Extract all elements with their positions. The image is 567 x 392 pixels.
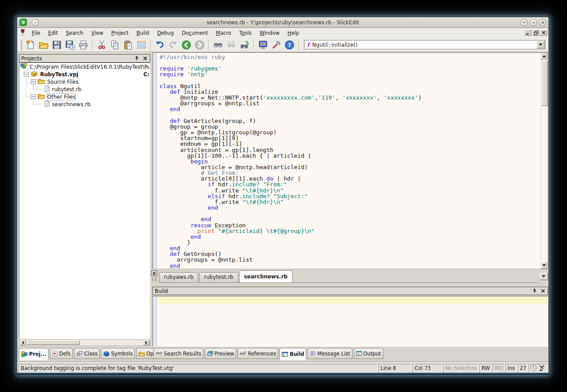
tree-item[interactable]: C:\Program Files\SlickEditV16.0.1\RubyTe… bbox=[19, 63, 150, 70]
back-icon[interactable] bbox=[180, 38, 193, 52]
projects-hscrollbar[interactable] bbox=[19, 340, 150, 346]
close-projects-icon[interactable] bbox=[143, 56, 147, 60]
toolbar: ? f Ngutil::initialize() bbox=[17, 38, 548, 52]
pin-icon[interactable] bbox=[135, 56, 139, 61]
select-block-icon[interactable] bbox=[135, 38, 148, 52]
menu-tools[interactable]: Tools bbox=[235, 29, 256, 37]
menu-edit[interactable]: Edit bbox=[44, 29, 62, 37]
projects-hscroll-thumb[interactable] bbox=[27, 340, 80, 345]
symbol-combo-dropdown[interactable] bbox=[537, 41, 545, 48]
window-title: searchnews.rb - Y:\projects\ruby\searchn… bbox=[17, 19, 548, 26]
status-field-rec: REC bbox=[492, 364, 504, 373]
print-icon[interactable] bbox=[77, 38, 90, 52]
titlebar[interactable]: s searchnews.rb - Y:\projects\ruby\searc… bbox=[17, 17, 548, 28]
forward-icon[interactable] bbox=[193, 38, 206, 52]
references-tab-icon bbox=[240, 351, 246, 356]
tab-list-dropdown[interactable] bbox=[539, 273, 548, 280]
editor-vscroll-thumb[interactable] bbox=[541, 60, 548, 106]
dock-handle[interactable] bbox=[152, 277, 156, 281]
save-all-icon[interactable] bbox=[63, 38, 77, 52]
display-icon[interactable] bbox=[256, 38, 270, 52]
mdi-close-button[interactable] bbox=[540, 30, 547, 36]
tree-item-label[interactable]: searchnews.rb bbox=[52, 101, 90, 107]
editor-vscrollbar[interactable] bbox=[541, 53, 548, 269]
menu-build[interactable]: Build bbox=[133, 29, 153, 37]
file-tab-searchnews.rb[interactable]: searchnews.rb bbox=[239, 270, 293, 282]
mdi-buttons bbox=[524, 30, 547, 36]
statusbar: Background tagging is complete for tag f… bbox=[17, 362, 548, 374]
file-tab-rubyaws.rb[interactable]: rubyaws.rb bbox=[159, 272, 198, 282]
copy-icon[interactable] bbox=[108, 38, 122, 52]
tab-output[interactable]: Output bbox=[354, 348, 383, 359]
message-list-tab-icon bbox=[310, 351, 316, 356]
save-icon[interactable] bbox=[50, 38, 63, 52]
tab-preview[interactable]: Preview bbox=[205, 348, 237, 359]
tree-item-label[interactable]: rubytest.rb bbox=[52, 86, 82, 92]
svg-text:?: ? bbox=[288, 41, 291, 48]
paste-icon[interactable] bbox=[122, 38, 135, 52]
toolbar-grip[interactable] bbox=[19, 40, 22, 50]
code-area[interactable]: #!/usr/bin/env ruby require 'rubygems're… bbox=[159, 54, 540, 269]
tab-class[interactable]: Class bbox=[74, 348, 100, 359]
find-refs-icon[interactable] bbox=[225, 38, 238, 52]
menu-file[interactable]: File bbox=[28, 29, 44, 37]
tree-item-column: C: bbox=[142, 71, 149, 78]
new-file-icon[interactable] bbox=[24, 38, 37, 52]
projects-tab-icon bbox=[21, 351, 28, 357]
menubar: FileEditSearchViewProjectBuildDebugDocum… bbox=[17, 28, 548, 38]
menu-debug[interactable]: Debug bbox=[153, 29, 178, 37]
class-tab-icon bbox=[76, 351, 83, 356]
find-files-icon[interactable] bbox=[238, 38, 251, 52]
document-icon bbox=[20, 29, 25, 37]
tab-build[interactable]: Build bbox=[279, 348, 306, 360]
tree-item-label[interactable]: Source Files bbox=[47, 79, 78, 85]
undo-icon[interactable] bbox=[153, 38, 167, 52]
close-tab-button[interactable] bbox=[151, 270, 157, 276]
mdi-minimize-button[interactable] bbox=[524, 30, 531, 36]
projects-panel-title: Projects bbox=[21, 55, 135, 62]
file-tab-rubytest.rb[interactable]: rubytest.rb bbox=[199, 272, 238, 282]
tree-item-label[interactable]: C:\Program Files\SlickEditV16.0.1\RubyTe… bbox=[30, 64, 150, 70]
bottom-tabbar: Search ResultsPreviewReferencesBuildMess… bbox=[153, 348, 385, 361]
tab-message-list[interactable]: Message List bbox=[308, 348, 352, 359]
tree-item[interactable]: Other Files bbox=[19, 93, 150, 100]
redo-icon[interactable] bbox=[167, 38, 180, 52]
status-field-line-8: Line 8 bbox=[378, 364, 411, 373]
build-selection-margin bbox=[153, 296, 157, 346]
menu-macro[interactable]: Macro bbox=[212, 29, 235, 37]
tree-expander[interactable] bbox=[31, 94, 36, 99]
menu-view[interactable]: View bbox=[87, 29, 107, 37]
tree-expander[interactable] bbox=[31, 79, 36, 84]
options-icon[interactable] bbox=[270, 38, 283, 52]
menu-document[interactable]: Document bbox=[178, 29, 212, 37]
tree-item-label[interactable]: RubyTest.vpj bbox=[40, 71, 78, 78]
build-close-icon[interactable] bbox=[541, 289, 545, 293]
satellite-icon[interactable] bbox=[538, 365, 545, 371]
menu-help[interactable]: Help bbox=[284, 29, 303, 37]
tab-proj-[interactable]: Proj... bbox=[19, 348, 48, 360]
cut-icon[interactable] bbox=[95, 38, 108, 52]
build-pin-icon[interactable] bbox=[533, 288, 537, 293]
tab-symbols[interactable]: Symbols bbox=[101, 348, 135, 359]
tab-defs[interactable]: Defs bbox=[50, 348, 73, 359]
status-field-27: 27 bbox=[518, 364, 527, 373]
projects-tree[interactable]: C:\Program Files\SlickEditV16.0.1\RubyTe… bbox=[19, 63, 150, 339]
menu-window[interactable]: Window bbox=[256, 29, 283, 37]
tree-expander[interactable] bbox=[24, 72, 29, 77]
menu-project[interactable]: Project bbox=[107, 29, 132, 37]
find-icon[interactable] bbox=[211, 38, 225, 52]
build-output[interactable] bbox=[152, 296, 548, 347]
tree-item[interactable]: Source Files bbox=[19, 78, 150, 85]
tree-item[interactable]: RubyTest.vpjC: bbox=[19, 70, 150, 78]
clock-icon[interactable] bbox=[530, 365, 537, 371]
menu-search[interactable]: Search bbox=[62, 29, 88, 37]
open-icon[interactable] bbox=[37, 38, 50, 52]
tab-search-results[interactable]: Search Results bbox=[153, 348, 204, 359]
help-icon[interactable]: ? bbox=[283, 38, 296, 52]
tree-item-label[interactable]: Other Files bbox=[47, 94, 75, 100]
function-icon: f bbox=[307, 41, 310, 48]
code-editor[interactable]: #!/usr/bin/env ruby require 'rubygems're… bbox=[152, 52, 548, 269]
mdi-restore-button[interactable] bbox=[532, 30, 539, 36]
symbol-combo[interactable]: f Ngutil::initialize() bbox=[304, 40, 545, 49]
tab-references[interactable]: References bbox=[237, 348, 278, 359]
